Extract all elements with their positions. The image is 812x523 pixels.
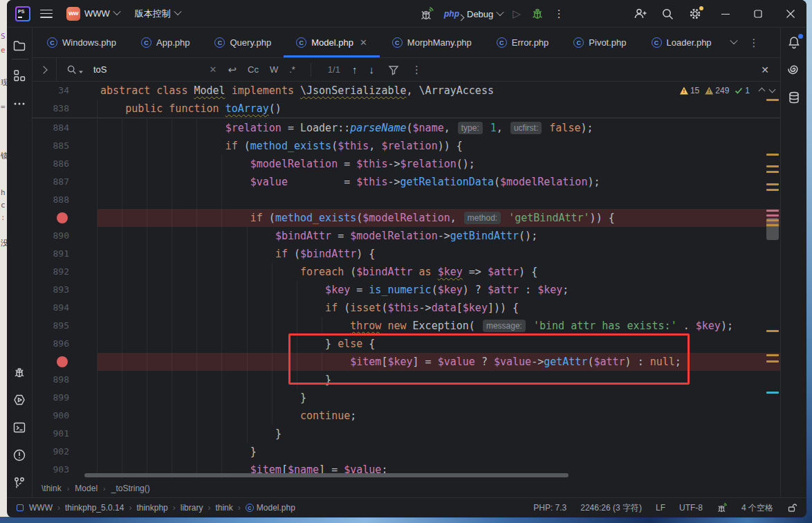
line-number: 888 <box>33 191 69 209</box>
next-warning-icon[interactable] <box>769 86 776 93</box>
settings-gear-icon[interactable] <box>681 0 709 28</box>
code-line: $modelRelation = $this->$relation(); <box>98 155 780 173</box>
previous-match-icon[interactable]: ↑ <box>352 64 358 75</box>
whole-words-toggle[interactable]: W <box>270 64 278 75</box>
tab-windows-php[interactable]: CWindows.php <box>35 28 129 57</box>
code-line: throw new Exception( message: 'bind attr… <box>98 317 780 335</box>
horizontal-scrollbar[interactable] <box>84 473 569 477</box>
regex-toggle[interactable]: .* <box>289 64 295 75</box>
vcs-widget[interactable]: 版本控制 <box>131 5 185 23</box>
new-line-icon[interactable]: ↩ <box>228 64 237 76</box>
clear-search-icon[interactable]: ✕ <box>210 64 217 75</box>
scroll-stripe-mark <box>766 360 779 363</box>
line-number: 895 <box>33 317 69 335</box>
php-class-icon: C <box>214 37 225 48</box>
passed-count[interactable]: 1 <box>735 86 750 95</box>
tab-app-php[interactable]: CApp.php <box>129 28 202 57</box>
line-number: 887 <box>33 173 69 191</box>
tab-label: Loader.php <box>667 37 712 48</box>
scroll-stripe-mark <box>766 224 779 226</box>
sticky-separator <box>33 118 780 118</box>
scroll-stripe-mark <box>766 165 779 167</box>
php-class-icon: C <box>497 37 507 48</box>
next-match-icon[interactable]: ↓ <box>369 64 374 75</box>
status-item[interactable]: UTF-8 <box>679 503 703 513</box>
terminal-tool-icon[interactable] <box>7 421 32 434</box>
debug-listener-icon[interactable] <box>419 6 434 21</box>
tab-morphmany-php[interactable]: CMorphMany.php <box>380 28 484 57</box>
search-input[interactable]: toS <box>93 64 107 75</box>
tab-query-php[interactable]: CQuery.php <box>202 28 284 57</box>
more-actions-icon[interactable]: ⋮ <box>554 8 564 20</box>
status-item[interactable]: 2246:26 (3 字符) <box>580 502 642 514</box>
status-item[interactable]: 4 个空格 <box>741 502 773 514</box>
match-case-toggle[interactable]: Cc <box>248 64 259 75</box>
close-search-icon[interactable]: ✕ <box>761 64 769 75</box>
tab-pivot-php[interactable]: CPivot.php <box>561 28 638 57</box>
expand-search-icon[interactable] <box>33 58 57 81</box>
status-path-item[interactable]: library <box>181 503 203 513</box>
code-with-me-icon[interactable] <box>626 0 654 28</box>
status-path-item[interactable]: WWW <box>29 503 53 513</box>
code-line: $value = $this->getRelationData($modelRe… <box>98 173 780 191</box>
project-widget[interactable]: WW WWW <box>62 4 124 24</box>
status-path-item[interactable]: thinkphp_5.0.14 <box>65 503 124 513</box>
maximize-button[interactable] <box>741 0 774 28</box>
main-menu-icon[interactable] <box>40 10 53 18</box>
database-tool-icon[interactable] <box>781 91 806 104</box>
debug-tool-icon[interactable] <box>7 365 32 379</box>
status-item[interactable]: PHP: 7.3 <box>533 503 566 513</box>
search-more-icon[interactable]: ⋮ <box>412 64 422 76</box>
code-line: } <box>98 443 780 461</box>
search-everywhere-icon[interactable] <box>654 0 681 28</box>
problems-tool-icon[interactable] <box>7 448 32 462</box>
php-class-icon: C <box>392 37 403 48</box>
status-path-separator: › <box>207 503 210 513</box>
filter-icon[interactable] <box>388 64 399 75</box>
ai-assistant-icon[interactable] <box>781 62 806 76</box>
tabs-chevron-icon[interactable] <box>730 37 737 44</box>
tab-error-php[interactable]: CError.php <box>484 28 561 57</box>
tab-close-icon[interactable]: ✕ <box>360 37 367 48</box>
weak-warning-count[interactable]: 249 <box>705 86 729 95</box>
notifications-bell-icon[interactable] <box>781 35 806 49</box>
more-tools-icon[interactable] <box>7 98 32 110</box>
breakpoint-icon[interactable] <box>57 356 68 367</box>
tab-loader-php[interactable]: CLoader.php <box>639 28 724 57</box>
close-button[interactable] <box>774 0 806 28</box>
breakpoint-icon[interactable] <box>57 212 68 223</box>
breadcrumb-item[interactable]: \think <box>41 484 62 493</box>
run-button[interactable]: ▷ <box>513 8 521 20</box>
line-number: 902 <box>33 443 69 461</box>
line-number: 899 <box>33 389 69 407</box>
status-path-item[interactable]: Model.php <box>257 503 295 513</box>
prev-warning-icon[interactable] <box>759 87 766 94</box>
breadcrumb-item[interactable]: _toString() <box>111 484 150 493</box>
breadcrumb-item[interactable]: Model <box>75 484 98 493</box>
code-line: } <box>98 389 780 407</box>
project-status-icon <box>17 504 24 511</box>
debug-listener-status-icon[interactable] <box>717 502 728 513</box>
services-tool-icon[interactable] <box>7 393 32 407</box>
structure-tool-icon[interactable] <box>7 68 32 82</box>
tabs-more-icon[interactable]: ⋮ <box>749 37 759 49</box>
status-item[interactable]: LF <box>656 503 665 513</box>
lock-icon[interactable] <box>787 503 797 513</box>
debug-button[interactable] <box>530 7 544 21</box>
git-tool-icon[interactable] <box>7 476 32 490</box>
code-editor[interactable]: 34abstract class Model implements \JsonS… <box>33 82 780 479</box>
status-path-item[interactable]: think <box>215 503 232 513</box>
scroll-stripe-mark <box>766 214 779 217</box>
search-icon[interactable] <box>66 64 84 75</box>
phpstorm-logo-icon[interactable]: PS <box>15 6 30 21</box>
project-tool-icon[interactable] <box>7 39 32 53</box>
run-config-name: Debug <box>467 9 493 19</box>
inspections-widget[interactable]: 152491 <box>680 82 775 100</box>
run-configuration-widget[interactable]: php Debug <box>444 9 503 19</box>
status-path-item[interactable]: thinkphp <box>136 503 167 513</box>
warning-count[interactable]: 15 <box>680 86 699 95</box>
chevron-down-icon <box>174 8 181 15</box>
minimize-button[interactable] <box>709 0 741 28</box>
settings-badge <box>699 6 703 10</box>
tab-model-php[interactable]: CModel.php✕ <box>284 28 380 57</box>
